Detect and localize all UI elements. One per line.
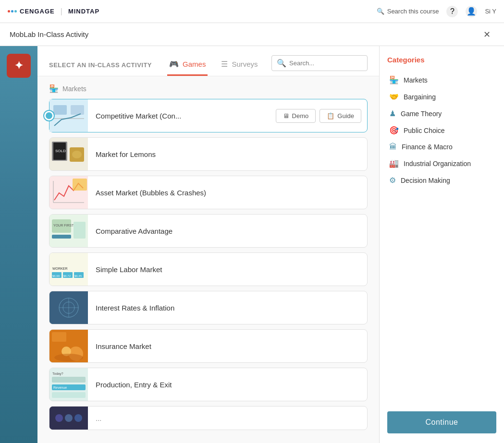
svg-rect-18 (74, 222, 86, 239)
category-item-game-theory[interactable]: ♟ Game Theory (387, 105, 496, 122)
activity-item-asset[interactable]: Asset Market (Bubbles & Crashes) (49, 176, 368, 209)
search-course-icon: 🔍 (377, 8, 384, 15)
search-box[interactable]: 🔍 (271, 55, 368, 71)
user-label: Si Y (485, 8, 496, 15)
close-button[interactable]: ✕ (479, 27, 494, 42)
search-course-button[interactable]: 🔍 Search this course (377, 8, 439, 15)
public-choice-label: Public Choice (404, 127, 445, 134)
tab-surveys[interactable]: ☰ Surveys (219, 54, 259, 76)
dot-teal (14, 10, 17, 12)
svg-text:WORKER: WORKER (52, 267, 68, 270)
svg-point-9 (72, 151, 82, 158)
item-label-lemons: Market for Lemons (88, 150, 367, 158)
game-theory-label: Game Theory (401, 110, 442, 118)
moblab-logo: ✦ (7, 54, 31, 78)
guide-button[interactable]: 📋 Guide (320, 109, 361, 123)
markets-icon: 🏪 (389, 75, 399, 84)
thumb-asset-svg (49, 176, 88, 209)
bargaining-label: Bargaining (404, 93, 436, 101)
thumb-insurance-svg (49, 330, 88, 362)
item-label-competitive: Competitive Market (Con... (88, 112, 270, 120)
thumb-competitive-svg (49, 99, 88, 132)
games-tab-icon: 🎮 (169, 60, 179, 69)
category-item-industrial-org[interactable]: 🏭 Industrial Organization (387, 155, 496, 172)
help-button[interactable]: ? (446, 6, 458, 17)
svg-text:$6.72: $6.72 (63, 275, 71, 277)
svg-point-35 (54, 354, 83, 361)
finance-macro-icon: 🏛 (389, 143, 397, 151)
user-menu-button[interactable]: 👤 (466, 6, 477, 17)
markets-label: Markets (404, 76, 428, 84)
category-name: Markets (62, 85, 86, 93)
svg-rect-13 (73, 179, 87, 191)
thumb-comparative: YOUR FIRST TASK (49, 215, 88, 247)
item-label-asset: Asset Market (Bubbles & Crashes) (88, 189, 367, 197)
logo-dots (8, 10, 17, 12)
guide-icon: 📋 (327, 112, 334, 120)
industrial-org-icon: 🏭 (389, 159, 399, 168)
item-label-production: Production, Entry & Exit (88, 381, 367, 389)
svg-text:Revenue: Revenue (53, 386, 67, 389)
item-label-insurance: Insurance Market (88, 342, 367, 350)
svg-text:$6.45: $6.45 (74, 275, 82, 277)
dot-red (8, 10, 10, 12)
activity-item-interest[interactable]: Interest Rates & Inflation (49, 291, 368, 324)
breadcrumb-bar: MobLab In-Class Activity ✕ (0, 23, 504, 46)
nav-right: 🔍 Search this course ? 👤 Si Y (377, 6, 496, 17)
activity-item-comparative[interactable]: YOUR FIRST TASK Comparative Advantage (49, 214, 368, 248)
activity-item-competitive[interactable]: Competitive Market (Con... 🖥 Demo 📋 Guid… (49, 99, 368, 132)
svg-rect-2 (71, 105, 84, 115)
activity-item-insurance[interactable]: Insurance Market (49, 329, 368, 363)
moblab-logo-icon: ✦ (14, 60, 23, 72)
category-item-decision-making[interactable]: ⚙ Decision Making (387, 172, 496, 189)
item-label-last: ... (88, 414, 367, 422)
category-header-markets: 🏪 Markets (49, 84, 368, 93)
close-icon: ✕ (483, 29, 491, 40)
decision-making-label: Decision Making (401, 177, 450, 184)
thumb-labor-svg: WORKER $6.99 $6.72 $6.45 (49, 253, 88, 286)
activity-item-production[interactable]: Today? Revenue Production, Entry & Exit (49, 368, 368, 401)
games-tab-label: Games (183, 60, 206, 68)
thumb-comparative-svg: YOUR FIRST TASK (49, 215, 88, 247)
item-label-comparative: Comparative Advantage (88, 227, 367, 235)
brand-area: CENGAGE | MINDTAP (8, 7, 99, 16)
svg-rect-36 (52, 332, 66, 342)
search-input[interactable] (289, 60, 362, 67)
activity-item-labor[interactable]: WORKER $6.99 $6.72 $6.45 Simple Labor Ma… (49, 252, 368, 286)
dot-blue (11, 10, 13, 12)
thumb-insurance (49, 330, 88, 362)
bargaining-icon: 🤝 (389, 92, 399, 101)
industrial-org-label: Industrial Organization (404, 160, 471, 168)
demo-icon: 🖥 (283, 112, 289, 120)
right-panel: Categories 🏪 Markets 🤝 Bargaining ♟ Game… (379, 46, 504, 443)
svg-rect-39 (52, 377, 86, 383)
thumb-production: Today? Revenue (49, 368, 88, 401)
thumb-competitive (49, 99, 88, 132)
category-item-markets[interactable]: 🏪 Markets (387, 72, 496, 88)
continue-button[interactable]: Continue (387, 411, 496, 433)
tab-games[interactable]: 🎮 Games (167, 54, 208, 76)
svg-rect-0 (49, 99, 88, 132)
category-item-finance-macro[interactable]: 🏛 Finance & Macro (387, 139, 496, 155)
demo-button[interactable]: 🖥 Demo (276, 109, 316, 123)
thumb-last (49, 406, 88, 430)
activity-item-last[interactable]: ... (49, 406, 368, 430)
top-navigation: CENGAGE | MINDTAP 🔍 Search this course ?… (0, 0, 504, 23)
thumb-lemons: SOLD (49, 138, 88, 170)
svg-rect-17 (52, 235, 71, 239)
public-choice-icon: 🎯 (389, 126, 399, 135)
demo-label: Demo (292, 112, 309, 120)
category-item-public-choice[interactable]: 🎯 Public Choice (387, 122, 496, 139)
brand-separator: | (61, 7, 62, 16)
activity-item-lemons[interactable]: SOLD Market for Lemons (49, 137, 368, 171)
item-actions-competitive: 🖥 Demo 📋 Guide (270, 109, 367, 123)
thumb-interest (49, 291, 88, 324)
svg-point-44 (55, 414, 63, 422)
svg-rect-1 (53, 105, 67, 115)
category-item-bargaining[interactable]: 🤝 Bargaining (387, 88, 496, 105)
finance-macro-label: Finance & Macro (402, 143, 453, 151)
thumb-lemons-svg: SOLD (49, 138, 88, 170)
decision-making-icon: ⚙ (389, 176, 396, 185)
sidebar: ✦ (0, 46, 37, 443)
surveys-tab-icon: ☰ (221, 60, 228, 69)
